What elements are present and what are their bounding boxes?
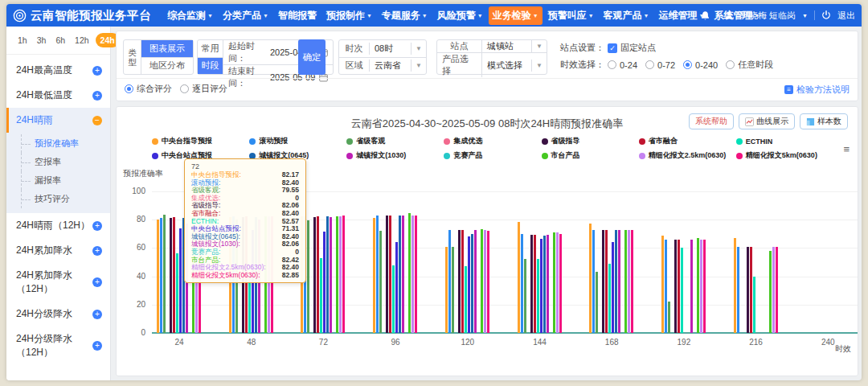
bar-省市融合[interactable]: [173, 217, 175, 333]
bar-省级客观[interactable]: [452, 247, 454, 333]
bar-市台产品[interactable]: [336, 216, 338, 333]
bar-城镇报文(1030)[interactable]: [330, 217, 332, 333]
bar-省市融合[interactable]: [317, 216, 319, 333]
bar-滚动预报[interactable]: [592, 230, 595, 333]
bar-省级指导[interactable]: [313, 217, 316, 333]
time-button-12h[interactable]: 12h: [72, 33, 92, 47]
bar-城镇报文(1030)[interactable]: [474, 230, 477, 333]
bar-中央台指导预报[interactable]: [589, 224, 592, 333]
bar-省级客观[interactable]: [668, 302, 670, 333]
bar-城镇报文(0645)[interactable]: [615, 230, 617, 333]
bar-中央台指导预报[interactable]: [734, 238, 736, 333]
bar-精细化报文2.5km(0630)[interactable]: [339, 216, 342, 333]
nav-item-客观产品[interactable]: 客观产品▼: [600, 6, 653, 25]
bar-城镇报文(1030)[interactable]: [690, 240, 693, 333]
bar-精细化报文5km(0630)[interactable]: [487, 231, 489, 333]
bar-精细化报文5km(0630)[interactable]: [703, 240, 706, 333]
power-icon[interactable]: [821, 10, 831, 20]
bar-滚动预报[interactable]: [160, 218, 162, 333]
sidebar-item-24H累加降水（12H）[interactable]: 24H累加降水（12H）+: [6, 263, 110, 302]
bar-ECTHIN[interactable]: [537, 259, 539, 333]
bar-城镇报文(0645)[interactable]: [326, 216, 329, 333]
bar-中央台站点预报[interactable]: [612, 242, 614, 333]
bar-滚动预报[interactable]: [376, 216, 379, 333]
bar-省级客观[interactable]: [596, 272, 598, 333]
bar-省级指导[interactable]: [602, 230, 604, 333]
user-name[interactable]: 郭晓梅 短临岗: [740, 10, 796, 22]
bar-ECTHIN[interactable]: [392, 265, 395, 333]
bar-省级指导[interactable]: [747, 247, 749, 333]
bar-精细化报文2.5km(0630)[interactable]: [772, 247, 775, 333]
bar-精细化报文5km(0630)[interactable]: [559, 234, 562, 333]
chevron-down-icon[interactable]: ▼: [411, 62, 426, 69]
bar-城镇报文(1030)[interactable]: [618, 230, 620, 333]
bar-省市融合[interactable]: [389, 216, 391, 333]
bar-精细化报文2.5km(0630)[interactable]: [700, 240, 702, 333]
bar-精细化报文2.5km(0630)[interactable]: [628, 230, 630, 333]
bar-滚动预报[interactable]: [521, 234, 523, 333]
expand-icon[interactable]: +: [92, 91, 102, 101]
bar-滚动预报[interactable]: [448, 230, 451, 333]
chevron-down-icon[interactable]: ▼: [532, 62, 547, 69]
bar-精细化报文2.5km(0630)[interactable]: [556, 232, 559, 333]
chevron-down-icon[interactable]: ▼: [411, 45, 426, 52]
nav-item-预报制作[interactable]: 预报制作▼: [322, 6, 376, 25]
time-button-3h[interactable]: 3h: [34, 33, 50, 47]
bar-精细化报文5km(0630)[interactable]: [631, 230, 633, 333]
sidebar-subitem-技巧评分[interactable]: 技巧评分: [21, 190, 110, 208]
bar-省级指导[interactable]: [170, 218, 172, 333]
bar-ECTHIN[interactable]: [320, 258, 322, 333]
bar-中央台站点预报[interactable]: [179, 228, 182, 333]
time-of-day-select[interactable]: 08时: [370, 43, 411, 55]
bar-市台产品[interactable]: [697, 238, 699, 333]
sidebar-subitem-空报率[interactable]: 空报率: [21, 153, 110, 171]
sidebar-item-24H分级降水[interactable]: 24H分级降水+: [6, 302, 110, 326]
bar-精细化报文2.5km(0630)[interactable]: [484, 230, 486, 333]
chart-display-tab[interactable]: 图表展示: [141, 40, 193, 57]
nav-item-业务检验[interactable]: 业务检验▼: [489, 6, 542, 25]
bar-市台产品[interactable]: [769, 251, 772, 333]
sidebar-subitem-预报准确率[interactable]: 预报准确率: [21, 134, 110, 153]
sidebar-item-24H晴雨[interactable]: 24H晴雨−: [6, 108, 110, 133]
sidebar-subitem-漏报率[interactable]: 漏报率: [21, 171, 110, 190]
bar-城镇报文(0645)[interactable]: [543, 236, 546, 333]
bar-中央台指导预报[interactable]: [518, 222, 520, 333]
lead-time-radio-0-240[interactable]: [683, 60, 692, 69]
expand-icon[interactable]: +: [92, 246, 102, 256]
bar-市台产品[interactable]: [481, 229, 483, 333]
bar-省市融合[interactable]: [750, 247, 752, 333]
expand-icon[interactable]: +: [92, 221, 102, 231]
collapse-icon[interactable]: −: [92, 116, 102, 125]
expand-icon[interactable]: +: [92, 341, 102, 351]
chevron-down-icon[interactable]: ▼: [802, 13, 808, 18]
chevron-down-icon[interactable]: ▼: [532, 43, 547, 50]
expand-icon[interactable]: +: [92, 277, 102, 287]
bar-省市融合[interactable]: [678, 240, 680, 333]
nav-item-综合监测[interactable]: 综合监测▼: [163, 6, 217, 25]
bar-省级客观[interactable]: [163, 215, 166, 333]
bar-ECTHIN[interactable]: [608, 264, 611, 333]
sidebar-item-24H累加降水[interactable]: 24H累加降水+: [6, 238, 110, 263]
sidebar-item-24H晴雨（12H）[interactable]: 24H晴雨（12H）+: [6, 213, 110, 238]
bar-ECTHIN[interactable]: [465, 266, 467, 333]
bar-市台产品[interactable]: [624, 230, 627, 333]
bar-省级指导[interactable]: [674, 240, 677, 333]
method-description-link[interactable]: ≡ 检验方法说明: [784, 84, 850, 96]
nav-item-智能报警[interactable]: 智能报警: [274, 6, 321, 25]
bar-省级指导[interactable]: [530, 235, 533, 333]
expand-icon[interactable]: +: [92, 66, 102, 76]
bar-省市融合[interactable]: [461, 230, 464, 333]
bar-精细化报文2.5km(0630)[interactable]: [411, 216, 414, 333]
preset-period-tab[interactable]: 时段: [198, 57, 223, 75]
bar-滚动预报[interactable]: [737, 247, 739, 333]
nav-item-风险预警[interactable]: 风险预警▼: [433, 6, 487, 25]
bar-ECTHIN[interactable]: [248, 275, 251, 333]
bar-中央台站点预报[interactable]: [323, 232, 326, 333]
lead-time-radio-任意时段[interactable]: [726, 60, 735, 69]
region-select[interactable]: 云南省: [370, 60, 411, 72]
bar-中央台指导预报[interactable]: [661, 236, 664, 333]
bar-市台产品[interactable]: [553, 232, 555, 333]
bar-省级客观[interactable]: [524, 259, 526, 333]
bar-中央台站点预报[interactable]: [540, 239, 542, 333]
bar-中央台指导预报[interactable]: [157, 220, 159, 333]
